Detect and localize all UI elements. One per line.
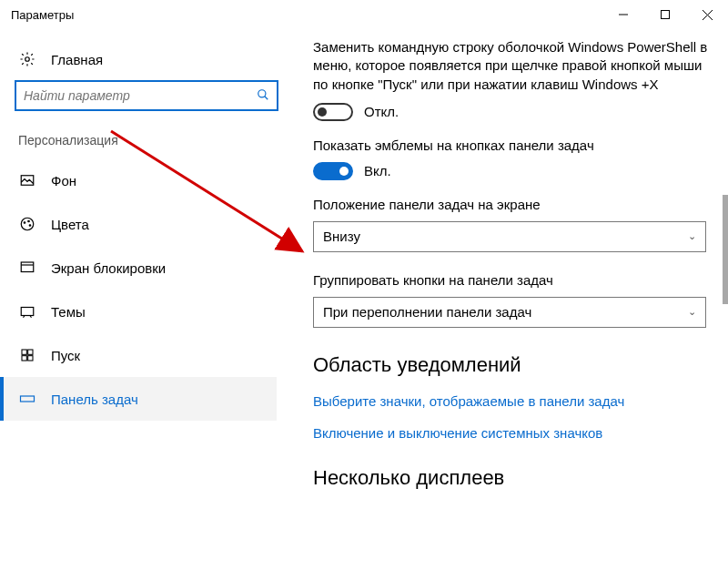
svg-point-4 <box>21 218 34 230</box>
system-icons-link[interactable]: Включение и выключение системных значков <box>313 425 710 441</box>
window-controls <box>602 0 728 29</box>
sidebar-item-label: Экран блокировки <box>51 260 166 276</box>
svg-point-5 <box>24 222 25 224</box>
dropdown-value: При переполнении панели задач <box>323 304 531 320</box>
toggle-knob <box>339 167 349 176</box>
svg-rect-10 <box>22 350 26 354</box>
svg-rect-13 <box>28 356 33 361</box>
lockscreen-icon <box>18 260 36 276</box>
sidebar-home[interactable]: Главная <box>15 46 277 80</box>
svg-point-1 <box>25 57 30 62</box>
taskbar-icon <box>18 391 36 407</box>
svg-rect-14 <box>21 396 35 402</box>
toggle-on-label: Вкл. <box>364 163 391 178</box>
position-label: Положение панели задач на экране <box>313 197 710 212</box>
svg-rect-9 <box>21 308 34 316</box>
palette-icon <box>18 216 36 232</box>
sidebar-item-lockscreen[interactable]: Экран блокировки <box>0 246 277 290</box>
window-title: Параметры <box>11 8 602 22</box>
gear-icon <box>18 51 36 67</box>
search-icon <box>257 88 269 104</box>
start-icon <box>18 348 36 362</box>
chevron-down-icon: ⌄ <box>688 230 696 242</box>
sidebar-section-label: Персонализация <box>15 133 277 158</box>
svg-rect-12 <box>22 356 26 361</box>
group-buttons-dropdown[interactable]: При переполнении панели задач ⌄ <box>313 297 706 328</box>
badges-toggle[interactable] <box>313 162 353 180</box>
svg-rect-0 <box>662 11 670 19</box>
svg-point-2 <box>258 89 266 97</box>
group-label: Группировать кнопки на панели задач <box>313 272 710 288</box>
svg-rect-8 <box>21 262 34 272</box>
select-taskbar-icons-link[interactable]: Выберите значки, отображаемые в панели з… <box>313 393 710 409</box>
dropdown-value: Внизу <box>323 229 360 244</box>
sidebar-item-label: Фон <box>51 173 76 188</box>
sidebar-item-colors[interactable]: Цвета <box>0 202 277 246</box>
maximize-button[interactable] <box>644 0 686 29</box>
titlebar: Параметры <box>0 0 728 29</box>
sidebar: Главная Персонализация Фон Цвета Э <box>0 29 291 570</box>
powershell-description: Заменить командную строку оболочкой Wind… <box>313 38 710 94</box>
sidebar-item-label: Цвета <box>51 217 89 232</box>
sidebar-item-taskbar[interactable]: Панель задач <box>0 377 277 421</box>
svg-point-6 <box>28 220 30 222</box>
themes-icon <box>18 303 36 320</box>
search-input[interactable] <box>24 88 257 103</box>
sidebar-item-background[interactable]: Фон <box>0 158 277 202</box>
toggle-off-label: Откл. <box>364 104 399 119</box>
notification-area-heading: Область уведомлений <box>313 353 710 377</box>
sidebar-home-label: Главная <box>51 52 103 67</box>
content-pane: Заменить командную строку оболочкой Wind… <box>291 29 728 570</box>
multi-displays-heading: Несколько дисплеев <box>313 466 710 490</box>
minimize-button[interactable] <box>602 0 644 29</box>
sidebar-item-start[interactable]: Пуск <box>0 333 277 377</box>
scrollbar-thumb[interactable] <box>723 195 728 304</box>
close-button[interactable] <box>686 0 728 29</box>
powershell-toggle[interactable] <box>313 103 353 121</box>
badges-toggle-row: Вкл. <box>313 162 710 180</box>
sidebar-item-label: Темы <box>51 304 86 320</box>
picture-icon <box>18 172 36 188</box>
toggle-knob <box>318 107 327 117</box>
svg-rect-11 <box>28 350 33 354</box>
badges-label: Показать эмблемы на кнопках панели задач <box>313 137 710 153</box>
powershell-toggle-row: Откл. <box>313 103 710 121</box>
sidebar-item-label: Панель задач <box>51 392 138 407</box>
sidebar-item-themes[interactable]: Темы <box>0 290 277 333</box>
sidebar-item-label: Пуск <box>51 348 80 363</box>
main-layout: Главная Персонализация Фон Цвета Э <box>0 29 728 570</box>
chevron-down-icon: ⌄ <box>688 306 696 318</box>
taskbar-position-dropdown[interactable]: Внизу ⌄ <box>313 221 706 252</box>
svg-point-7 <box>29 225 31 227</box>
search-input-container[interactable] <box>15 80 278 111</box>
